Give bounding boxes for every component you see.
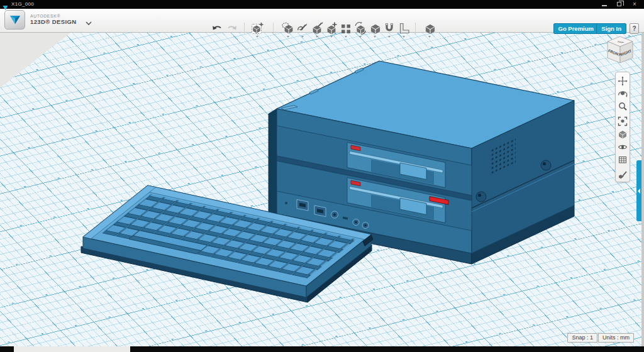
toolbar-separator <box>244 23 245 34</box>
undo-button[interactable] <box>210 21 224 35</box>
combine-button[interactable] <box>368 21 382 35</box>
toolbar-separator <box>415 23 416 34</box>
grid-settings-button[interactable] <box>616 154 629 166</box>
sign-in-button[interactable]: Sign In <box>596 23 626 34</box>
go-premium-button[interactable]: Go Premium <box>553 23 599 34</box>
app-triangle-icon <box>3 2 8 13</box>
dropdown-caret <box>402 36 405 38</box>
zoom-button[interactable] <box>616 101 629 113</box>
pan-button[interactable] <box>616 75 629 87</box>
help-button[interactable]: ? <box>630 23 639 34</box>
dropdown-caret <box>287 36 289 38</box>
minimize-button[interactable] <box>597 0 611 9</box>
insert-button[interactable] <box>250 21 264 35</box>
sketch-button[interactable] <box>296 21 309 35</box>
snap-magnet-icon <box>382 21 396 35</box>
brand-menu[interactable]: AUTODESK® 123D® DESIGN <box>4 10 92 30</box>
toolbar-separator <box>273 23 274 34</box>
dropdown-caret <box>301 36 304 38</box>
measure-button[interactable] <box>397 21 411 35</box>
taskbar-app-segment[interactable] <box>14 346 130 352</box>
material-button[interactable] <box>423 21 436 35</box>
snap-button[interactable] <box>382 21 396 35</box>
shading-icon <box>618 129 628 140</box>
dropdown-caret <box>316 36 318 38</box>
view-cube[interactable]: TOP FRONT RIGHT <box>602 34 638 69</box>
grid-icon <box>618 155 628 165</box>
snap-setting[interactable]: Snap : 1 <box>567 333 597 343</box>
dropdown-caret <box>374 36 376 38</box>
title-bar: X1G_000 × <box>0 0 644 9</box>
restore-button[interactable] <box>613 0 626 9</box>
dropdown-caret <box>256 36 258 38</box>
material-icon <box>423 21 436 35</box>
redo-button[interactable] <box>225 21 239 35</box>
grouping-button[interactable] <box>353 21 367 35</box>
parts-panel-handle[interactable] <box>636 160 641 221</box>
visibility-button[interactable] <box>616 141 629 153</box>
pattern-icon <box>339 21 353 35</box>
construct-icon <box>310 21 324 35</box>
undo-icon <box>211 23 223 33</box>
sketch-icon <box>296 21 309 35</box>
expand-left-arrow-icon <box>638 189 640 194</box>
app-toolbar: AUTODESK® 123D® DESIGN <box>0 9 644 33</box>
primitives-icon <box>281 21 295 35</box>
fit-view-button[interactable] <box>616 116 629 128</box>
dropdown-caret <box>388 36 391 38</box>
window-edge <box>641 33 644 346</box>
units-setting[interactable]: Units : mm <box>598 333 634 343</box>
grouping-icon <box>353 21 367 35</box>
scene-canvas[interactable] <box>0 33 644 346</box>
3d-viewport[interactable]: TOP FRONT RIGHT <box>0 33 644 346</box>
zoom-icon <box>618 101 628 111</box>
brand-product: 123D® DESIGN <box>30 19 77 26</box>
shading-button[interactable] <box>616 128 629 140</box>
combine-icon <box>368 21 382 35</box>
eye-icon <box>618 142 628 152</box>
insert-icon <box>250 21 264 35</box>
window-title: X1G_000 <box>11 1 34 7</box>
fit-view-icon <box>618 116 628 126</box>
construct-button[interactable] <box>310 21 324 35</box>
navigation-toolbar <box>615 72 630 182</box>
redo-icon <box>226 23 238 33</box>
restore-icon <box>617 2 621 6</box>
dropdown-caret <box>330 36 333 38</box>
modify-button[interactable] <box>325 21 338 35</box>
os-taskbar <box>0 346 644 352</box>
logo-triangle-icon <box>9 14 21 25</box>
pattern-button[interactable] <box>339 21 353 35</box>
chevron-down-icon[interactable] <box>86 16 92 28</box>
dropdown-caret <box>345 36 347 38</box>
dropdown-caret <box>428 36 431 38</box>
close-button[interactable]: × <box>628 0 641 9</box>
measure-ruler-icon <box>397 21 411 35</box>
orbit-icon <box>618 89 628 99</box>
paint-brush-icon <box>618 170 628 180</box>
pan-icon <box>618 76 628 86</box>
primitives-button[interactable] <box>281 21 295 35</box>
brand-text: AUTODESK® 123D® DESIGN <box>30 14 77 26</box>
orbit-button[interactable] <box>616 87 629 99</box>
dropdown-caret <box>359 36 362 38</box>
modify-icon <box>325 21 338 35</box>
material-paint-button[interactable] <box>616 169 629 181</box>
grid-far-corner <box>0 33 70 88</box>
minimize-icon <box>602 5 607 6</box>
